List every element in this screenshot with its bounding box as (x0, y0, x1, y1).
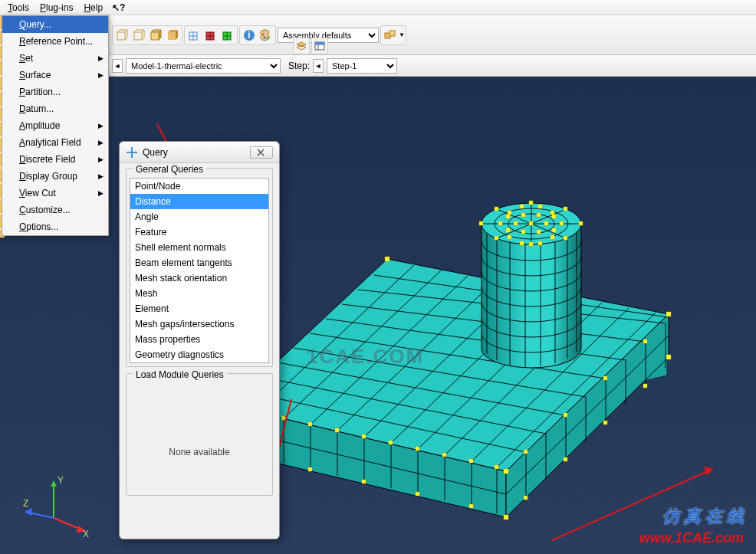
svg-rect-111 (564, 457, 567, 461)
general-queries-list[interactable]: Point/NodeDistanceAngleFeatureShell elem… (130, 178, 269, 363)
svg-rect-100 (495, 465, 498, 469)
mesh-solid-icon[interactable] (219, 27, 236, 44)
step-label: Step: (288, 61, 310, 71)
svg-rect-86 (504, 469, 508, 474)
mesh-wire-icon[interactable] (186, 27, 202, 44)
shaded-cube-icon[interactable] (147, 27, 164, 44)
svg-rect-134 (560, 221, 564, 225)
menu-tools[interactable]: TToolsools (3, 1, 34, 15)
svg-rect-118 (495, 207, 498, 211)
model-bar: ◄ Model-1-thermal-electric Step: ◄ Step-… (0, 55, 756, 77)
svg-rect-136 (537, 230, 541, 234)
prev-model-button[interactable]: ◄ (112, 59, 123, 73)
svg-rect-137 (521, 213, 525, 217)
svg-rect-6 (134, 32, 142, 40)
svg-rect-113 (643, 384, 647, 388)
tools-menu-item[interactable]: Options... (2, 218, 108, 235)
menubar: TToolsools Plug-ins Help ↖? (0, 0, 756, 15)
svg-rect-130 (529, 221, 533, 225)
svg-rect-29 (315, 42, 324, 44)
apply-boxes-icon[interactable] (382, 27, 399, 44)
general-queries-group: General Queries Point/NodeDistanceAngleF… (126, 168, 273, 367)
svg-rect-126 (520, 205, 524, 208)
submenu-arrow-icon: ▶ (98, 136, 104, 149)
step-combo[interactable]: Step-1 (327, 58, 397, 74)
solid-cube-icon[interactable] (164, 27, 181, 44)
svg-rect-90 (385, 257, 390, 261)
tools-menu-item[interactable]: Amplitude▶ (2, 117, 108, 134)
svg-rect-112 (603, 421, 607, 425)
query-list-item[interactable]: Mesh stack orientation (130, 270, 268, 286)
svg-rect-121 (564, 236, 567, 240)
chinese-branding: 仿 真 在 线 (662, 505, 744, 528)
tools-menu-item[interactable]: Analytical Field▶ (2, 134, 108, 151)
query-list-item[interactable]: Element (130, 301, 268, 316)
svg-rect-97 (416, 447, 419, 451)
load-module-queries-group: Load Module Queries None available (126, 373, 273, 496)
svg-rect-133 (498, 221, 502, 225)
svg-rect-131 (514, 221, 518, 225)
tools-menu-item[interactable]: Datum... (2, 100, 108, 117)
wire-cube-icon[interactable] (113, 27, 130, 44)
layer-icon[interactable] (293, 38, 310, 54)
query-list-item[interactable]: Distance (130, 194, 268, 209)
svg-rect-156 (127, 152, 137, 153)
query-list-item[interactable]: Mass properties (130, 332, 268, 347)
prev-step-button[interactable]: ◄ (313, 59, 324, 73)
query-list-item[interactable]: Beam element tangents (130, 255, 268, 270)
svg-rect-0 (117, 32, 125, 40)
axis-triad: Y X Z (23, 476, 84, 537)
svg-rect-8 (151, 32, 159, 40)
tools-menu-item[interactable]: Display Group▶ (2, 168, 108, 185)
axis-x-label: X (83, 529, 89, 539)
submenu-arrow-icon: ▶ (98, 153, 104, 166)
svg-marker-148 (704, 467, 713, 475)
svg-line-153 (29, 513, 54, 518)
dropdown-arrow-icon[interactable]: ▼ (399, 31, 405, 38)
svg-rect-102 (308, 467, 312, 471)
close-button[interactable] (250, 146, 273, 159)
tools-menu-item[interactable]: Discrete Field▶ (2, 151, 108, 168)
tools-menu-item[interactable]: Partition... (2, 84, 108, 100)
query-list-item[interactable]: Geometry diagnostics (130, 347, 268, 362)
svg-rect-95 (362, 434, 366, 438)
svg-rect-124 (508, 235, 511, 239)
query-list-item[interactable]: Mesh (130, 286, 268, 301)
query-list-item[interactable]: Feature (130, 225, 268, 240)
query-list-item[interactable]: Shell element normals (130, 240, 268, 255)
tools-menu-item[interactable]: Surface▶ (2, 67, 108, 84)
info-icon[interactable]: i (241, 27, 258, 44)
svg-rect-127 (538, 205, 542, 208)
svg-rect-87 (504, 515, 508, 520)
svg-marker-154 (25, 508, 32, 516)
menu-plugins[interactable]: Plug-ins (35, 1, 77, 15)
tools-menu-item[interactable]: Reference Point... (2, 33, 108, 50)
svg-rect-119 (564, 207, 567, 211)
axis-z-label: Z (23, 498, 28, 509)
tools-menu-item[interactable]: Query... (2, 16, 108, 33)
svg-rect-99 (469, 459, 473, 463)
general-queries-label: General Queries (133, 164, 206, 175)
table-icon[interactable] (311, 38, 328, 54)
whats-this-icon[interactable]: ↖? (112, 2, 125, 13)
model-combo[interactable]: Model-1-thermal-electric (126, 58, 281, 74)
query-list-item[interactable]: Angle (130, 209, 268, 225)
svg-rect-114 (479, 221, 483, 225)
submenu-arrow-icon: ▶ (98, 69, 104, 81)
viewport-3d[interactable]: 1CAE.COM 仿 真 在 线 www.1CAE.com Y X Z (0, 77, 756, 554)
svg-rect-116 (529, 201, 533, 205)
tools-menu-item[interactable]: Set▶ (2, 50, 108, 67)
mesh-model-svg (0, 77, 756, 554)
svg-rect-94 (335, 428, 339, 432)
mesh-shaded-icon[interactable] (202, 27, 219, 44)
query-list-item[interactable]: Point/Node (130, 179, 268, 194)
hidden-cube-icon[interactable] (130, 27, 147, 44)
menu-help[interactable]: Help (79, 1, 107, 15)
query-list-item[interactable]: Mesh gaps/intersections (130, 316, 268, 332)
tools-menu-item[interactable]: Customize... (2, 202, 108, 218)
query-dialog-titlebar[interactable]: Query (120, 142, 279, 163)
palette-icon[interactable] (258, 27, 274, 44)
tools-menu-item[interactable]: View Cut▶ (2, 185, 108, 202)
svg-rect-125 (551, 235, 554, 239)
svg-marker-150 (51, 480, 57, 487)
